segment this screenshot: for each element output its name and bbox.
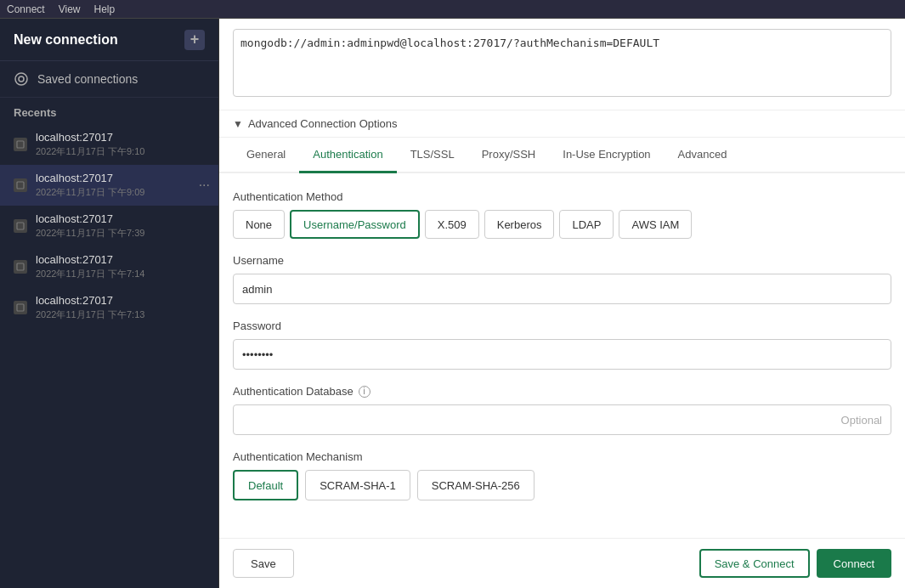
password-group: Password: [233, 319, 891, 370]
recent-host-3: localhost:27017: [36, 253, 205, 266]
auth-method-btn-ldap[interactable]: LDAP: [559, 210, 614, 239]
auth-method-group: Authentication Method NoneUsername/Passw…: [233, 190, 891, 239]
save-button[interactable]: Save: [233, 549, 294, 578]
main-layout: New connection + Saved connections Recen…: [0, 19, 905, 588]
new-connection-section: New connection +: [0, 19, 218, 61]
password-label: Password: [233, 319, 891, 332]
footer-left: Save: [233, 549, 294, 578]
tab-proxy[interactable]: Proxy/SSH: [468, 138, 550, 173]
footer: Save Save & Connect Connect: [219, 538, 905, 588]
footer-right: Save & Connect Connect: [699, 549, 891, 578]
menu-view[interactable]: View: [59, 3, 81, 15]
form-content: Authentication Method NoneUsername/Passw…: [219, 173, 905, 538]
recent-host-1: localhost:27017: [36, 172, 205, 184]
password-input[interactable]: [233, 339, 891, 370]
recent-info-1: localhost:27017 2022年11月17日 下午9:09: [36, 172, 205, 199]
save-connect-button[interactable]: Save & Connect: [699, 549, 810, 578]
username-label: Username: [233, 254, 891, 267]
recent-time-0: 2022年11月17日 下午9:10: [36, 145, 205, 158]
tab-authentication[interactable]: Authentication: [299, 138, 396, 173]
advanced-options-label: Advanced Connection Options: [248, 117, 398, 130]
svg-point-1: [19, 76, 24, 82]
auth-db-group: Authentication Database i: [233, 385, 891, 435]
recent-items-list: localhost:27017 2022年11月17日 下午9:10 local…: [0, 124, 218, 328]
auth-mechanism-group: Authentication Mechanism DefaultSCRAM-SH…: [233, 450, 891, 500]
menu-help[interactable]: Help: [94, 3, 116, 15]
menubar: Connect View Help: [0, 0, 905, 19]
svg-rect-2: [17, 141, 24, 148]
chevron-down-icon: ▼: [233, 118, 243, 130]
recent-icon-3: [14, 260, 27, 274]
recent-host-2: localhost:27017: [36, 212, 205, 225]
auth-method-label: Authentication Method: [233, 190, 891, 203]
mechanism-btn-scram_sha1[interactable]: SCRAM-SHA-1: [305, 470, 410, 500]
recent-icon-0: [14, 138, 27, 151]
recent-info-0: localhost:27017 2022年11月17日 下午9:10: [36, 131, 205, 158]
mechanism-btn-default[interactable]: Default: [233, 470, 298, 500]
sidebar-item-saved-connections[interactable]: Saved connections: [0, 61, 218, 98]
auth-db-info-icon[interactable]: i: [359, 386, 370, 398]
recent-item-3[interactable]: localhost:27017 2022年11月17日 下午7:14: [0, 246, 218, 287]
recent-info-3: localhost:27017 2022年11月17日 下午7:14: [36, 253, 205, 280]
recent-info-4: localhost:27017 2022年11月17日 下午7:13: [36, 294, 205, 321]
recent-time-1: 2022年11月17日 下午9:09: [36, 186, 205, 199]
auth-mechanism-label: Authentication Mechanism: [233, 450, 891, 463]
recent-info-2: localhost:27017 2022年11月17日 下午7:39: [36, 212, 205, 240]
recent-item-1[interactable]: localhost:27017 2022年11月17日 下午9:09 ···: [0, 165, 218, 206]
tabs-bar: GeneralAuthenticationTLS/SSLProxy/SSHIn-…: [219, 138, 905, 173]
recent-time-3: 2022年11月17日 下午7:14: [36, 268, 205, 280]
main-content: mongodb://admin:adminpwd@localhost:27017…: [219, 19, 905, 588]
new-connection-label: New connection: [14, 32, 118, 48]
tab-encryption[interactable]: In-Use Encryption: [549, 138, 664, 173]
sidebar: New connection + Saved connections Recen…: [0, 19, 219, 588]
auth-method-buttons: NoneUsername/PasswordX.509KerberosLDAPAW…: [233, 210, 891, 239]
auth-db-label: Authentication Database i: [233, 385, 891, 398]
recent-more-1[interactable]: ···: [199, 178, 210, 193]
connection-string-input[interactable]: mongodb://admin:adminpwd@localhost:27017…: [233, 29, 891, 97]
svg-rect-4: [17, 223, 24, 229]
recent-icon-2: [14, 219, 27, 233]
recent-item-2[interactable]: localhost:27017 2022年11月17日 下午7:39: [0, 206, 218, 246]
connection-string-area: mongodb://admin:adminpwd@localhost:27017…: [219, 19, 905, 110]
svg-rect-6: [17, 304, 24, 311]
auth-mechanism-buttons: DefaultSCRAM-SHA-1SCRAM-SHA-256: [233, 470, 891, 500]
recent-host-0: localhost:27017: [36, 131, 205, 144]
recent-host-4: localhost:27017: [36, 294, 205, 307]
recent-time-4: 2022年11月17日 下午7:13: [36, 308, 205, 321]
bookmark-icon: [14, 71, 29, 87]
auth-db-input[interactable]: [233, 404, 891, 435]
auth-method-btn-kerberos[interactable]: Kerberos: [484, 210, 555, 239]
recent-item-0[interactable]: localhost:27017 2022年11月17日 下午9:10: [0, 124, 218, 165]
recent-icon-1: [14, 178, 27, 192]
connect-button[interactable]: Connect: [817, 549, 891, 578]
recent-time-2: 2022年11月17日 下午7:39: [36, 227, 205, 240]
auth-method-btn-x509[interactable]: X.509: [425, 210, 479, 239]
recent-icon-4: [14, 301, 27, 314]
recent-item-4[interactable]: localhost:27017 2022年11月17日 下午7:13: [0, 287, 218, 328]
svg-rect-3: [17, 182, 24, 189]
mechanism-btn-scram_sha256[interactable]: SCRAM-SHA-256: [417, 470, 535, 500]
auth-method-btn-none[interactable]: None: [233, 210, 285, 239]
auth-method-btn-username_password[interactable]: Username/Password: [290, 210, 420, 239]
svg-point-0: [15, 73, 27, 85]
saved-connections-label: Saved connections: [37, 72, 138, 86]
tab-tls[interactable]: TLS/SSL: [397, 138, 468, 173]
username-input[interactable]: [233, 274, 891, 304]
tab-advanced[interactable]: Advanced: [665, 138, 741, 173]
new-connection-button[interactable]: +: [184, 30, 205, 50]
svg-rect-5: [17, 263, 24, 270]
username-group: Username: [233, 254, 891, 304]
advanced-options-toggle[interactable]: ▼ Advanced Connection Options: [219, 110, 905, 138]
auth-method-btn-aws_iam[interactable]: AWS IAM: [619, 210, 692, 239]
menu-connect[interactable]: Connect: [7, 3, 45, 15]
recents-label: Recents: [0, 98, 218, 124]
tab-general[interactable]: General: [233, 138, 299, 173]
